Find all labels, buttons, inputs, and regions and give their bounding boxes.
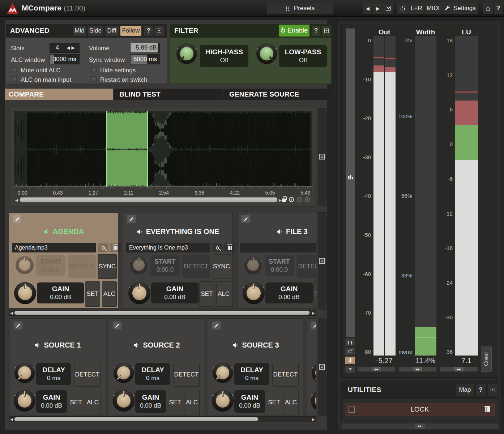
edit-source-button[interactable] [113,322,121,329]
gain-value[interactable]: GAIN0.00 dB [37,282,84,303]
delete-file-button[interactable] [224,243,235,252]
delay-knob[interactable] [114,363,134,383]
alc-button[interactable]: ALC [283,390,299,415]
low-pass-value[interactable]: LOW-PASSOff [279,45,327,67]
wave-vertical-scrollbar[interactable]: ↕ [318,108,326,206]
browse-file-button[interactable] [212,243,223,252]
start-value[interactable]: START0:00.0 [36,255,65,276]
advanced-help-button[interactable]: ? [144,26,153,36]
slots-scrollbar-track[interactable]: ◀ ▶ [9,310,316,316]
edit-slot-button[interactable] [127,215,136,223]
wave-scrollbar[interactable] [20,197,278,203]
scroll-left-arrow[interactable]: ◀ [10,418,13,421]
lu-meter-range-slider[interactable]: ↔ [440,367,478,372]
slot-title[interactable]: FILE 3 [238,227,316,236]
alc-window-value[interactable]: 3000 ms [50,54,80,64]
meter-help-button[interactable]: ? [345,366,355,373]
filter-help-button[interactable]: ? [312,26,320,36]
channel-mode-button[interactable]: L+R [409,3,424,14]
source-title[interactable]: SOURCE 2 [109,341,204,349]
set-button[interactable]: SET [267,390,281,415]
volume-value[interactable]: -5.89 dB [130,43,160,53]
gain-knob[interactable] [14,390,35,412]
slot-title[interactable]: EVERYTHING IS ONE [123,227,232,236]
utilities-help-button[interactable]: ? [476,384,486,396]
delay-knob[interactable] [312,363,316,383]
gain-value[interactable]: GAIN0.00 dB [36,390,67,413]
gain-knob[interactable] [311,390,316,412]
diff-button[interactable]: Diff [105,26,119,36]
edit-slot-button[interactable] [241,215,250,223]
slots-scrollbar[interactable] [14,311,310,315]
detect-button[interactable]: DETECT [182,255,210,278]
high-pass-value[interactable]: HIGH-PASSOff [200,45,248,67]
lock-checkbox[interactable] [349,407,355,413]
random-preset-button[interactable] [383,3,393,14]
settings-button[interactable]: Settings [443,3,478,14]
set-button[interactable]: SET [168,390,182,415]
alc-button[interactable]: ALC [216,281,231,307]
gain-knob[interactable] [128,282,150,304]
edit-slot-button[interactable] [13,215,21,223]
detect-button[interactable]: DETECT [74,363,101,387]
range-handle-icon[interactable]: ↔ [413,367,422,371]
gain-knob[interactable] [212,390,234,412]
sources-scrollbar[interactable] [14,417,259,421]
sync-button[interactable]: SYNC [98,254,117,279]
start-value[interactable]: START0:00.0 [265,255,294,276]
lock-trash-button[interactable] [485,407,490,413]
browse-file-button[interactable] [98,243,108,252]
presets-button[interactable]: Presets [267,3,333,14]
sources-scrollbar-track[interactable]: ◀ ▶ [9,416,316,422]
meter-pause-button[interactable]: ❙❙ [345,339,355,346]
width-meter-range-slider[interactable]: ↔ [398,367,437,372]
source-title[interactable]: SOURCE 1 [10,341,105,349]
slot-title[interactable]: AGENDA [9,227,118,236]
gain-value[interactable]: GAIN0.00 dB [135,390,166,413]
delay-knob[interactable] [14,363,35,383]
slot-file-field[interactable]: Everything Is One.mp3 [126,243,210,252]
alc-on-main-input-checkbox[interactable] [12,76,17,82]
zoom-out-button[interactable]: − [297,197,302,202]
hide-settings-checkbox[interactable] [91,67,97,72]
edit-source-button[interactable] [212,322,221,329]
sources-vertical-scrollbar[interactable]: ↕ [318,318,326,416]
meter-power-button[interactable] [345,357,355,364]
wave-scroll-right-arrow[interactable]: ▶ [279,199,282,202]
meter-time-slider[interactable] [346,28,355,337]
morph-button[interactable] [397,3,409,14]
next-preset-button[interactable]: ▶ [373,3,383,14]
edit-source-button[interactable] [311,322,316,329]
titlebar-help-button[interactable]: ? [494,3,503,14]
set-button[interactable]: SET [85,281,100,307]
scroll-left-arrow[interactable]: ◀ [10,311,13,315]
range-handle-icon[interactable]: ↔ [372,367,381,371]
detect-button[interactable]: DETECT [296,255,316,278]
waveform-display[interactable] [14,111,312,187]
delay-value[interactable]: DELAY0 ms [135,363,170,385]
slots-spinner[interactable]: ◀▶ [64,43,79,52]
restart-on-switch-checkbox[interactable] [91,76,97,82]
start-value[interactable]: START0:00.0 [150,255,180,276]
utilities-detach-button[interactable]: + [488,384,497,396]
slots-vertical-scrollbar[interactable]: ↕ [318,212,326,310]
follow-button[interactable]: Follow [120,26,141,36]
start-knob[interactable] [130,256,148,274]
set-button[interactable]: SET [313,281,316,307]
zoom-in-button[interactable]: + [289,197,294,202]
lock-zoom-button[interactable] [282,196,286,203]
low-pass-knob[interactable] [256,43,277,64]
map-button[interactable]: Map [456,384,474,396]
start-knob[interactable] [16,256,34,274]
tab-compare[interactable]: COMPARE [5,89,113,100]
gain-value[interactable]: GAIN0.00 dB [265,282,313,303]
advanced-detach-button[interactable]: + [154,26,164,36]
utilities-width-slider[interactable]: ↔ [341,423,498,429]
crest-button[interactable]: Crest [481,346,492,372]
out-meter-range-slider[interactable]: ↔ [357,367,396,372]
start-knob[interactable] [244,256,262,274]
gain-knob[interactable] [113,390,134,412]
gain-knob[interactable] [243,282,265,304]
mute-until-alc-checkbox[interactable] [12,67,17,72]
range-handle-icon[interactable]: ↔ [454,367,464,371]
